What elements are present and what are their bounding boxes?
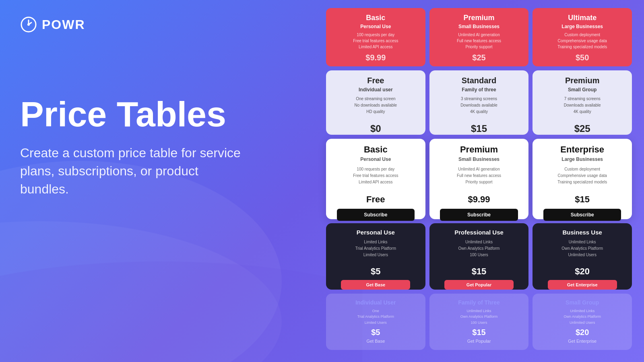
card-features: Custom deploymentComprehensive usage dat… bbox=[557, 166, 607, 185]
card-price: $25 bbox=[574, 123, 590, 134]
price-table-row-5: Individual User OneTrial Analytics Platf… bbox=[326, 294, 632, 350]
card-features: 3 streaming screensDownloads available4K… bbox=[460, 96, 497, 115]
card-price: $15 bbox=[472, 266, 487, 277]
card-title: Premium bbox=[565, 76, 600, 85]
card-features: Unlimited LinksOwn Analytics Platform100… bbox=[460, 308, 498, 325]
get-enterprise-button[interactable]: Get Enterprise bbox=[548, 280, 617, 290]
card-price: $20 bbox=[576, 328, 589, 337]
card-price: $50 bbox=[576, 53, 589, 62]
card-features: One streaming screenNo downloads availab… bbox=[355, 96, 397, 115]
hero-title: Price Tables bbox=[20, 97, 246, 132]
card-subtitle: Small Businesses bbox=[458, 156, 500, 162]
card-professional-dark: Professional Use Unlimited LinksOwn Anal… bbox=[429, 223, 529, 290]
get-base-button[interactable]: Get Base bbox=[341, 280, 410, 290]
card-features: Unlimited AI generationFull new features… bbox=[457, 166, 501, 185]
card-subtitle: Small Businesses bbox=[458, 24, 500, 29]
card-price: $20 bbox=[575, 266, 590, 277]
card-price: $9.99 bbox=[365, 53, 386, 62]
card-free-lavender: Free Individual user One streaming scree… bbox=[326, 70, 425, 135]
svg-point-4 bbox=[27, 23, 30, 26]
card-price: $5 bbox=[371, 328, 380, 337]
card-enterprise-white: Enterprise Large Businesses Custom deplo… bbox=[533, 139, 632, 219]
card-title: Enterprise bbox=[560, 144, 604, 155]
card-basic-pink: Basic Personal Use 100 requests per dayF… bbox=[326, 8, 425, 66]
price-table-row-4: Personal Use Limited LinksTrial Analytic… bbox=[326, 223, 632, 290]
card-title: Business Use bbox=[562, 229, 602, 236]
card-title: Professional Use bbox=[454, 229, 504, 236]
card-title: Ultimate bbox=[568, 14, 597, 22]
card-features: Unlimited AI generationFull new features… bbox=[457, 32, 501, 50]
get-popular-text-button[interactable]: Get Popular bbox=[467, 339, 491, 343]
card-features: Custom deploymentComprehensive usage dat… bbox=[557, 32, 607, 50]
card-standard-lavender: Standard Family of three 3 streaming scr… bbox=[429, 70, 529, 135]
card-features: Unlimited LinksOwn Analytics PlatformUnl… bbox=[564, 308, 601, 325]
card-business-dark: Business Use Unlimited LinksOwn Analytic… bbox=[533, 223, 632, 290]
card-title: Family of Three bbox=[458, 299, 500, 306]
card-subtitle: Family of three bbox=[462, 87, 496, 93]
card-smallgroup-transparent: Small Group Unlimited LinksOwn Analytics… bbox=[533, 294, 632, 350]
card-subtitle: Individual user bbox=[359, 87, 393, 93]
price-table-row-3: Basic Personal Use 100 requests per dayF… bbox=[326, 139, 632, 219]
logo-text: POWR bbox=[42, 17, 85, 32]
card-features: Unlimited LinksOwn Analytics Platform100… bbox=[458, 239, 500, 258]
subscribe-button-premium[interactable]: Subscribe bbox=[440, 209, 518, 221]
card-price: Free bbox=[366, 194, 385, 205]
card-title: Premium bbox=[463, 14, 494, 22]
price-table-row-2: Free Individual user One streaming scree… bbox=[326, 70, 632, 135]
svg-point-1 bbox=[0, 221, 282, 362]
header: POWR bbox=[20, 16, 85, 33]
hero-section: Price Tables Create a custom price table… bbox=[20, 97, 246, 198]
card-price: $0 bbox=[370, 123, 381, 134]
card-features: 100 requests per dayFree trial features … bbox=[353, 32, 398, 50]
card-subtitle: Large Businesses bbox=[561, 156, 603, 162]
card-family-transparent: Family of Three Unlimited LinksOwn Analy… bbox=[429, 294, 529, 350]
card-price: $15 bbox=[471, 123, 487, 134]
card-title: Personal Use bbox=[357, 229, 395, 236]
price-tables-panel: Basic Personal Use 100 requests per dayF… bbox=[314, 0, 644, 362]
subscribe-button-basic[interactable]: Subscribe bbox=[337, 209, 415, 221]
card-price: $15 bbox=[472, 328, 485, 337]
get-enterprise-text-button[interactable]: Get Enterprise bbox=[568, 339, 597, 343]
card-basic-white: Basic Personal Use 100 requests per dayF… bbox=[326, 139, 425, 219]
get-popular-button[interactable]: Get Popular bbox=[444, 280, 514, 290]
card-title: Premium bbox=[460, 144, 498, 155]
card-ultimate-pink: Ultimate Large Businesses Custom deploym… bbox=[533, 8, 632, 66]
card-title: Small Group bbox=[566, 299, 599, 306]
price-table-row-1: Basic Personal Use 100 requests per dayF… bbox=[326, 8, 632, 66]
card-title: Basic bbox=[364, 144, 388, 155]
card-features: Limited LinksTrial Analytics PlatformLim… bbox=[355, 239, 396, 258]
card-price: $25 bbox=[472, 53, 485, 62]
card-price: $5 bbox=[371, 266, 380, 277]
card-premium-pink: Premium Small Businesses Unlimited AI ge… bbox=[429, 8, 529, 66]
subscribe-button-enterprise[interactable]: Subscribe bbox=[543, 209, 621, 221]
card-features: 7 streaming screensDownloads available4K… bbox=[564, 96, 601, 115]
card-features: Unlimited LinksOwn Analytics PlatformUnl… bbox=[561, 239, 603, 258]
hero-subtitle: Create a custom price table for service … bbox=[20, 144, 246, 198]
get-base-text-button[interactable]: Get Base bbox=[366, 339, 385, 343]
card-personal-dark: Personal Use Limited LinksTrial Analytic… bbox=[326, 223, 425, 290]
card-individual-transparent: Individual User OneTrial Analytics Platf… bbox=[326, 294, 425, 350]
card-features: OneTrial Analytics PlatformLimited Users bbox=[357, 308, 394, 325]
card-title: Standard bbox=[462, 76, 497, 85]
card-premium-white: Premium Small Businesses Unlimited AI ge… bbox=[429, 139, 529, 219]
powr-logo-icon bbox=[20, 16, 37, 33]
card-subtitle: Large Businesses bbox=[561, 24, 603, 29]
card-subtitle: Personal Use bbox=[360, 156, 391, 162]
card-price: $9.99 bbox=[468, 194, 490, 205]
card-features: 100 requests per dayFree trial features … bbox=[353, 166, 398, 185]
card-subtitle: Personal Use bbox=[360, 24, 391, 29]
card-subtitle: Small Group bbox=[568, 87, 597, 93]
card-premium-lavender: Premium Small Group 7 streaming screensD… bbox=[533, 70, 632, 135]
card-title: Basic bbox=[366, 14, 385, 22]
svg-point-2 bbox=[0, 261, 362, 362]
card-price: $15 bbox=[575, 194, 590, 205]
card-title: Individual User bbox=[355, 299, 396, 306]
card-title: Free bbox=[367, 76, 384, 85]
